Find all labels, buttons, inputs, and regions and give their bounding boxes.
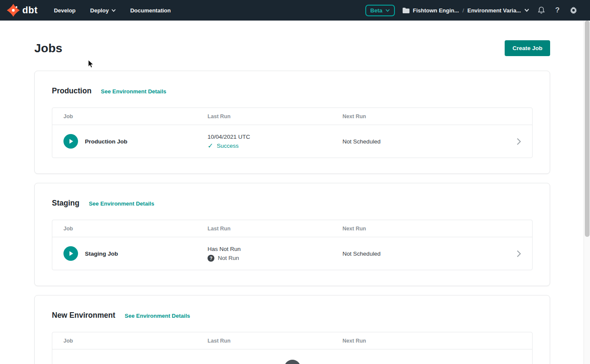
chevron-right-icon[interactable] — [506, 250, 521, 257]
column-header-last-run: Last Run — [208, 226, 343, 232]
job-row-production-job[interactable]: Production Job 10/04/2021 UTC ✓ Success … — [52, 125, 532, 158]
environment-header: New Environment See Environment Details — [52, 311, 533, 320]
dbt-logo-icon — [7, 4, 20, 17]
jobs-page: Jobs Create Job Production See Environme… — [0, 40, 590, 364]
run-job-button[interactable] — [63, 246, 78, 261]
navbar-right: Beta Fishtown Engin... / Environment Var… — [365, 5, 584, 16]
breadcrumb-current: Environment Varia... — [467, 7, 521, 14]
column-header-last-run: Last Run — [208, 113, 343, 119]
environment-card-production: Production See Environment Details Job L… — [34, 71, 550, 174]
column-header-job: Job — [63, 113, 208, 119]
breadcrumb-separator: / — [462, 7, 464, 14]
column-header-next-run: Next Run — [343, 226, 506, 232]
environment-card-new-environment: New Environment See Environment Details … — [34, 295, 550, 364]
bell-icon[interactable] — [537, 6, 545, 15]
see-environment-details-link[interactable]: See Environment Details — [101, 88, 166, 95]
status-label: Not Run — [218, 255, 239, 261]
brand-name: dbt — [22, 5, 38, 16]
page-header: Jobs Create Job — [34, 40, 550, 56]
column-header-job: Job — [63, 338, 208, 344]
nav-item-documentation[interactable]: Documentation — [130, 7, 171, 14]
jobs-table: Job Last Run Next Run Staging Job Has No… — [52, 220, 533, 270]
last-run-date: Has Not Run — [208, 246, 343, 252]
environment-name: Production — [52, 87, 91, 95]
status-label: Success — [217, 143, 239, 149]
beta-label: Beta — [370, 7, 382, 14]
page-title: Jobs — [34, 42, 62, 55]
scrollbar-track[interactable] — [584, 21, 590, 364]
see-environment-details-link[interactable]: See Environment Details — [89, 200, 154, 207]
column-header-next-run: Next Run — [343, 113, 506, 119]
chevron-right-icon[interactable] — [506, 138, 521, 145]
next-run-value: Not Scheduled — [343, 251, 381, 257]
chevron-down-icon — [111, 9, 116, 12]
create-job-button[interactable]: Create Job — [505, 40, 550, 56]
environment-header: Staging See Environment Details — [52, 199, 533, 208]
dbt-logo[interactable]: dbt — [7, 4, 38, 17]
environment-header: Production See Environment Details — [52, 87, 533, 95]
breadcrumb-project: Fishtown Engin... — [413, 7, 459, 14]
last-run-status: ? Not Run — [208, 255, 343, 262]
jobs-table: Job Last Run Next Run ? — [52, 332, 533, 364]
table-header-row: Job Last Run Next Run — [52, 332, 532, 349]
table-header-row: Job Last Run Next Run — [52, 220, 532, 237]
scrollbar-thumb[interactable] — [585, 21, 590, 237]
chevron-down-icon — [385, 9, 390, 12]
folder-icon — [403, 8, 409, 13]
see-environment-details-link[interactable]: See Environment Details — [125, 313, 190, 319]
job-name: Staging Job — [85, 251, 118, 257]
success-check-icon: ✓ — [208, 143, 213, 149]
job-row-staging-job[interactable]: Staging Job Has Not Run ? Not Run Not Sc… — [52, 237, 532, 270]
column-header-next-run: Next Run — [343, 338, 506, 344]
gear-icon[interactable] — [569, 6, 578, 15]
top-navbar: dbt Develop Deploy Documentation Beta Fi… — [0, 0, 590, 21]
nav-item-label: Documentation — [130, 7, 171, 14]
beta-badge[interactable]: Beta — [365, 5, 395, 16]
nav-item-label: Deploy — [90, 7, 108, 14]
next-run-value: Not Scheduled — [343, 138, 381, 145]
column-header-job: Job — [63, 226, 208, 232]
environment-card-staging: Staging See Environment Details Job Last… — [34, 183, 550, 286]
chevron-down-icon — [524, 9, 529, 12]
last-run-status: ✓ Success — [208, 143, 343, 149]
environment-name: Staging — [52, 199, 79, 208]
run-job-button[interactable] — [63, 134, 78, 149]
jobs-table: Job Last Run Next Run Production Job 10/… — [52, 107, 533, 158]
nav-item-label: Develop — [54, 7, 76, 14]
help-icon[interactable]: ? — [553, 6, 562, 15]
nav-item-develop[interactable]: Develop — [54, 7, 76, 14]
table-header-row: Job Last Run Next Run — [52, 108, 532, 125]
empty-state-question-icon: ? — [284, 360, 301, 364]
not-run-question-icon: ? — [208, 255, 214, 262]
nav-item-deploy[interactable]: Deploy — [90, 7, 115, 14]
column-header-last-run: Last Run — [208, 338, 343, 344]
nav-menu: Develop Deploy Documentation — [54, 7, 171, 14]
empty-jobs-state: ? — [52, 349, 532, 364]
last-run-date: 10/04/2021 UTC — [208, 134, 343, 140]
breadcrumb[interactable]: Fishtown Engin... / Environment Varia... — [403, 7, 529, 14]
environment-name: New Environment — [52, 311, 115, 320]
job-name: Production Job — [85, 138, 127, 145]
